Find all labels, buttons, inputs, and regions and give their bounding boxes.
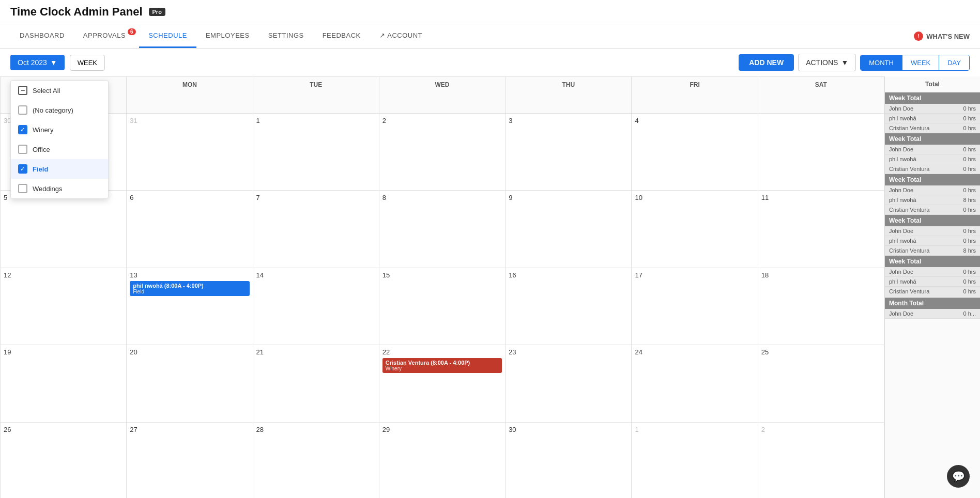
day-cell[interactable]: 23: [506, 345, 632, 423]
day-number: 1: [635, 426, 638, 433]
person-hours: 0 h...: [963, 310, 976, 317]
day-cell[interactable]: 31: [127, 114, 253, 191]
select-all-checkbox[interactable]: −: [18, 86, 27, 95]
day-cell[interactable]: 8: [379, 191, 506, 268]
chat-widget[interactable]: 💬: [947, 465, 970, 488]
day-cell[interactable]: 22 Cristian Ventura (8:00A - 4:00P) Wine…: [379, 345, 506, 423]
nav-schedule[interactable]: SCHEDULE: [139, 24, 196, 48]
person-row: John Doe 0 hrs: [885, 185, 980, 195]
nav-right: ! WHAT'S NEW: [914, 32, 970, 41]
actions-label: ACTIONS: [806, 58, 838, 67]
day-cell[interactable]: 2: [379, 114, 506, 191]
nav-settings[interactable]: SETTINGS: [259, 24, 313, 48]
day-cell[interactable]: 20: [127, 345, 253, 423]
day-cell[interactable]: 21: [253, 345, 379, 423]
month-view-button[interactable]: MONTH: [861, 55, 902, 70]
day-number: 22: [382, 348, 390, 356]
day-cell[interactable]: 5: [1, 191, 127, 268]
person-hours: 0 hrs: [963, 238, 976, 244]
office-checkbox[interactable]: [18, 145, 27, 154]
weddings-label: Weddings: [33, 185, 63, 193]
main-nav: DASHBOARD APPROVALS 6 SCHEDULE EMPLOYEES…: [0, 24, 980, 49]
whats-new-button[interactable]: ! WHAT'S NEW: [914, 32, 970, 41]
day-number: 27: [130, 426, 137, 433]
person-row: John Doe 0 h...: [885, 309, 980, 319]
day-cell[interactable]: 6: [127, 191, 253, 268]
chevron-down-icon: ▼: [50, 58, 57, 67]
dropdown-item-field[interactable]: ✓ Field: [11, 159, 108, 179]
day-cell[interactable]: 24: [632, 345, 758, 423]
day-cell[interactable]: 27: [127, 423, 253, 499]
day-cell[interactable]: 26: [1, 423, 127, 499]
field-checkbox[interactable]: ✓: [18, 164, 27, 174]
winery-checkbox[interactable]: ✓: [18, 125, 27, 134]
dropdown-item-winery[interactable]: ✓ Winery: [11, 120, 108, 139]
day-cell[interactable]: 29: [379, 423, 506, 499]
person-name: Cristian Ventura: [889, 288, 929, 294]
person-hours: 8 hrs: [963, 197, 976, 203]
day-cell[interactable]: 19: [1, 345, 127, 423]
person-hours: 0 hrs: [963, 166, 976, 172]
app-header: Time Clock Admin Panel Pro: [0, 0, 980, 24]
day-cell[interactable]: 7: [253, 191, 379, 268]
person-row: phil nwohá 0 hrs: [885, 236, 980, 246]
person-hours: 8 hrs: [963, 247, 976, 254]
dropdown-item-office[interactable]: Office: [11, 139, 108, 159]
day-cell[interactable]: 1: [253, 114, 379, 191]
day-view-button[interactable]: DAY: [939, 55, 969, 70]
day-cell[interactable]: 13 phil nwohá (8:00A - 4:00P) Field: [127, 268, 253, 346]
actions-button[interactable]: ACTIONS ▼: [798, 54, 856, 71]
no-category-checkbox[interactable]: [18, 105, 27, 115]
person-name: phil nwohá: [889, 156, 916, 162]
day-header-wed: Wed: [379, 77, 506, 114]
nav-feedback[interactable]: FEEDBACK: [313, 24, 370, 48]
day-cell[interactable]: 30: [506, 423, 632, 499]
person-hours: 0 hrs: [963, 288, 976, 294]
day-cell[interactable]: 28: [253, 423, 379, 499]
week-nav-button[interactable]: WEEK: [70, 55, 105, 71]
month-selector-button[interactable]: Oct 2023 ▼: [10, 55, 65, 70]
add-new-button[interactable]: ADD NEW: [739, 54, 794, 71]
schedule-event[interactable]: Cristian Ventura (8:00A - 4:00P) Winery: [382, 358, 502, 373]
day-cell[interactable]: 15: [379, 268, 506, 346]
week-view-button[interactable]: WEEK: [902, 55, 939, 70]
nav-account[interactable]: ↗ ACCOUNT: [370, 24, 432, 48]
day-cell[interactable]: 14: [253, 268, 379, 346]
day-header-mon: Mon: [127, 77, 253, 114]
day-cell[interactable]: 4: [632, 114, 758, 191]
nav-approvals[interactable]: APPROVALS 6: [74, 24, 139, 48]
nav-employees[interactable]: EMPLOYEES: [196, 24, 259, 48]
day-cell[interactable]: 18: [758, 268, 884, 346]
day-cell[interactable]: 17: [632, 268, 758, 346]
person-name: John Doe: [889, 228, 913, 234]
day-cell[interactable]: 3: [506, 114, 632, 191]
day-cell[interactable]: 1: [632, 423, 758, 499]
day-cell[interactable]: 12: [1, 268, 127, 346]
day-number: 5: [4, 194, 7, 201]
whats-new-label: WHAT'S NEW: [926, 33, 970, 40]
day-cell[interactable]: 11: [758, 191, 884, 268]
person-hours: 0 hrs: [963, 125, 976, 131]
day-cell[interactable]: 25: [758, 345, 884, 423]
person-name: phil nwohá: [889, 278, 916, 285]
nav-dashboard[interactable]: DASHBOARD: [10, 24, 74, 48]
day-number: 23: [509, 348, 516, 356]
dropdown-item-weddings[interactable]: Weddings: [11, 179, 108, 198]
day-number: 2: [761, 426, 765, 433]
schedule-event[interactable]: phil nwohá (8:00A - 4:00P) Field: [130, 281, 249, 296]
day-cell[interactable]: 2: [758, 423, 884, 499]
event-category: Winery: [386, 366, 499, 371]
person-hours: 0 hrs: [963, 269, 976, 275]
day-cell[interactable]: 10: [632, 191, 758, 268]
day-cell[interactable]: [758, 114, 884, 191]
day-cell[interactable]: 16: [506, 268, 632, 346]
dropdown-item-select-all[interactable]: − Select All: [11, 81, 108, 100]
person-row: John Doe 0 hrs: [885, 145, 980, 154]
day-number: 17: [635, 271, 642, 279]
person-name: John Doe: [889, 187, 913, 193]
person-hours: 0 hrs: [963, 105, 976, 112]
weddings-checkbox[interactable]: [18, 184, 27, 193]
day-cell[interactable]: 9: [506, 191, 632, 268]
day-number: 2: [382, 117, 386, 125]
dropdown-item-no-category[interactable]: (No category): [11, 100, 108, 120]
